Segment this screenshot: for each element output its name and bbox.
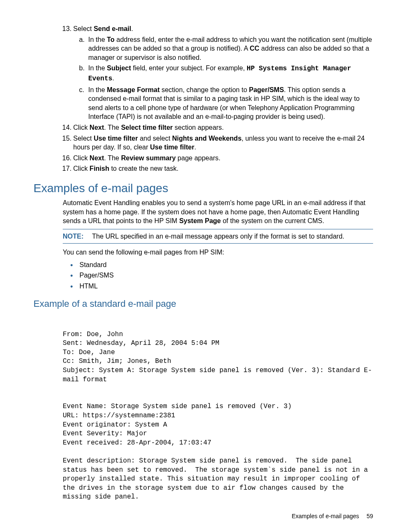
- step-bold: Use time filter: [94, 135, 138, 142]
- step-bold: Finish: [90, 165, 109, 172]
- step-bold: Send e-mail: [94, 25, 131, 32]
- step-bold: Review summary: [121, 154, 176, 162]
- bullet-item: HTML: [79, 282, 373, 291]
- para-bold: System Page: [179, 217, 221, 224]
- bullet-item: Pager/SMS: [79, 271, 373, 280]
- substep-bold: CC: [250, 45, 259, 52]
- substep-a: a. In the To address field, enter the e-…: [88, 35, 373, 62]
- page-number: 59: [366, 513, 373, 519]
- step-text: .: [131, 25, 133, 32]
- substep-letter: c.: [79, 85, 84, 95]
- substep-bold: Subject: [107, 64, 131, 72]
- substep-text: In the: [88, 86, 107, 93]
- step-text: section appears.: [173, 124, 224, 131]
- ordered-steps: 13. Select Send e-mail. a. In the To add…: [33, 24, 373, 173]
- step-bold: Select time filter: [121, 124, 173, 131]
- bullet-list: Standard Pager/SMS HTML: [33, 260, 373, 291]
- step-text: and select: [138, 135, 172, 142]
- step-bold: Use time filter: [150, 144, 194, 151]
- substep-text: In the: [88, 36, 107, 43]
- substeps: a. In the To address field, enter the e-…: [73, 35, 373, 121]
- email-example: From: Doe, John Sent: Wednesday, April 2…: [63, 330, 373, 502]
- step-15: 15. Select Use time filter and select Ni…: [73, 134, 373, 152]
- step-text: Select: [73, 135, 94, 142]
- step-number: 17.: [61, 164, 72, 173]
- step-number: 14.: [61, 123, 72, 132]
- step-14: 14. Click Next. The Select time filter s…: [73, 123, 373, 132]
- substep-text: .: [113, 75, 114, 82]
- step-text: to create the new task.: [109, 165, 178, 172]
- substep-bold: Message Format: [107, 86, 159, 93]
- page-footer: Examples of e-mail pages 59: [292, 513, 373, 519]
- step-text: Select: [73, 25, 94, 32]
- substep-letter: b.: [79, 64, 84, 73]
- step-text: Click: [73, 154, 90, 162]
- substep-text: field, enter your subject. For example,: [131, 64, 247, 72]
- step-text: Click: [73, 165, 90, 172]
- note-block: NOTE:The URL specified in an e-mail mess…: [63, 229, 373, 244]
- step-text: . The: [104, 124, 121, 131]
- step-16: 16. Click Next. The Review summary page …: [73, 154, 373, 163]
- step-text: page appears.: [176, 154, 220, 162]
- substep-text: In the: [88, 64, 107, 72]
- substep-bold: Pager/SMS: [249, 86, 284, 93]
- note-label: NOTE:: [63, 232, 92, 241]
- step-text: .: [194, 144, 196, 151]
- step-text: . The: [104, 154, 121, 162]
- step-13: 13. Select Send e-mail. a. In the To add…: [73, 24, 373, 121]
- step-bold: Next: [90, 124, 104, 131]
- lead-paragraph: You can send the following e-mail pages …: [63, 248, 373, 257]
- step-number: 15.: [61, 134, 72, 143]
- document-page: 13. Select Send e-mail. a. In the To add…: [0, 0, 399, 502]
- para-text: of the system on the current CMS.: [221, 217, 324, 224]
- section-heading: Examples of e-mail pages: [33, 182, 373, 195]
- step-17: 17. Click Finish to create the new task.: [73, 164, 373, 173]
- substep-c: c. In the Message Format section, change…: [88, 85, 373, 121]
- substep-text: section, change the option to: [160, 86, 249, 93]
- step-text: Click: [73, 124, 90, 131]
- substep-b: b. In the Subject field, enter your subj…: [88, 64, 373, 83]
- step-bold: Nights and Weekends: [172, 135, 242, 142]
- substep-letter: a.: [79, 35, 84, 44]
- bullet-item: Standard: [79, 260, 373, 270]
- intro-paragraph: Automatic Event Handling enables you to …: [63, 198, 373, 226]
- step-bold: Next: [90, 154, 104, 162]
- substep-bold: To: [107, 36, 114, 43]
- subsection-heading: Example of a standard e-mail page: [33, 298, 373, 309]
- note-text: The URL specified in an e-mail message a…: [92, 233, 344, 240]
- step-number: 13.: [61, 24, 72, 33]
- footer-text: Examples of e-mail pages: [292, 513, 359, 519]
- step-number: 16.: [61, 154, 72, 163]
